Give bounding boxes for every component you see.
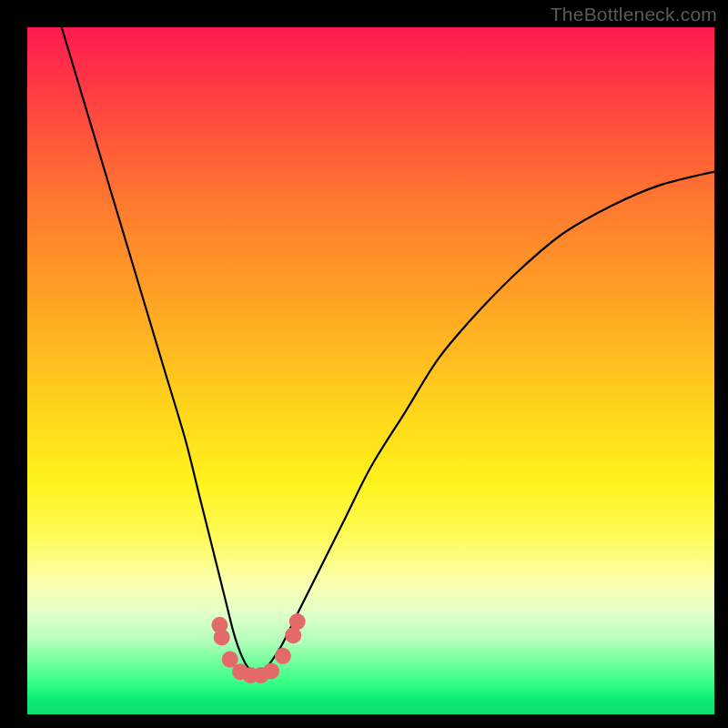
marker-dot xyxy=(253,667,269,683)
marker-dot xyxy=(289,613,306,630)
marker-dot xyxy=(242,667,258,683)
bottleneck-curve-path xyxy=(62,27,714,674)
marker-dot xyxy=(222,652,238,668)
plot-area xyxy=(27,27,714,714)
marker-dot xyxy=(263,662,279,679)
marker-dot xyxy=(275,648,291,664)
watermark-text: TheBottleneck.com xyxy=(551,4,717,25)
marker-dot xyxy=(211,617,228,633)
marker-dot xyxy=(232,663,248,680)
marker-dot xyxy=(285,627,301,643)
marker-dots xyxy=(211,613,305,683)
marker-dot xyxy=(214,629,230,645)
chart-svg xyxy=(27,27,714,714)
chart-frame: TheBottleneck.com xyxy=(0,0,728,728)
